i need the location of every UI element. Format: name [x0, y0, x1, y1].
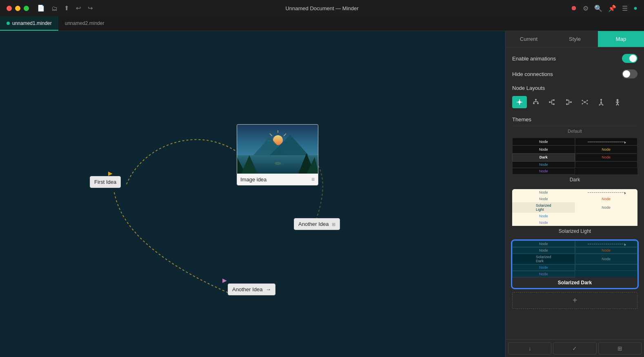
svg-point-55: [599, 105, 600, 106]
enable-animations-row: Enable animations: [512, 54, 637, 63]
arrow-pink: ▶: [222, 277, 227, 283]
svg-point-42: [582, 100, 583, 101]
bottom-btn-check[interactable]: ✓: [553, 342, 596, 355]
toolbar-icons: 📄 🗂 ⬆ ↩ ↪: [37, 4, 93, 12]
svg-point-50: [600, 99, 602, 100]
svg-point-24: [537, 103, 539, 104]
layout-person-icon: [614, 98, 621, 106]
svg-point-41: [584, 101, 586, 103]
node-another-idea-2[interactable]: Another Idea →: [228, 283, 275, 295]
svg-point-20: [535, 99, 537, 100]
svg-point-23: [533, 103, 535, 104]
open-icon[interactable]: 🗂: [51, 5, 58, 12]
layout-tree-icon: [532, 98, 540, 106]
svg-point-29: [553, 99, 555, 101]
svg-point-37: [566, 103, 568, 105]
layout-icon-5[interactable]: [577, 96, 592, 108]
svg-line-48: [586, 101, 587, 102]
layout-icon-7[interactable]: [610, 96, 625, 108]
theme-solarized-dark-name: Solarized Dark: [512, 277, 637, 288]
titlebar: 📄 🗂 ⬆ ↩ ↪ Unnamed Document — Minder ⏺ ⚙ …: [0, 0, 644, 16]
maximize-button[interactable]: [24, 6, 29, 11]
bottom-btn-down[interactable]: ↓: [508, 342, 551, 355]
hide-connections-label: Hide connections: [512, 71, 553, 77]
svg-point-34: [570, 101, 572, 103]
enable-animations-toggle[interactable]: [622, 54, 637, 63]
bottom-btn-grid[interactable]: ⊞: [598, 342, 642, 355]
add-theme-button[interactable]: +: [512, 292, 637, 309]
node-image-idea-label: Image idea: [240, 176, 266, 183]
search-icon[interactable]: 🔍: [594, 4, 602, 12]
export-icon[interactable]: ⬆: [64, 4, 69, 12]
themes-section: Themes Default Node Node Node Da: [512, 116, 637, 309]
tab-style[interactable]: Style: [552, 31, 598, 47]
tab-current[interactable]: Current: [506, 31, 552, 47]
svg-point-57: [617, 99, 619, 101]
svg-line-49: [586, 103, 587, 103]
svg-point-27: [549, 101, 551, 103]
node-layouts-heading: Node Layouts: [512, 85, 637, 91]
node-another-idea-1-label: Another Idea: [298, 221, 329, 227]
titlebar-right-icons: ⏺ ⚙ 🔍 📌 ☰ ●: [571, 4, 637, 12]
theme-solarized-light-preview: Node Node Node SolarizedLight Node Node …: [512, 189, 637, 226]
pin-icon[interactable]: 📌: [608, 4, 616, 12]
theme-solarized-dark-preview: Node Node Node SolarizedDark Node Node N…: [512, 241, 637, 277]
undo-icon[interactable]: ↩: [76, 4, 81, 12]
toggle-knob: [629, 55, 637, 62]
traffic-lights: [7, 6, 29, 11]
node-image-idea[interactable]: Image idea ≡: [237, 124, 318, 185]
themes-label: Themes: [512, 116, 637, 123]
settings-icon[interactable]: ⚙: [583, 4, 588, 12]
hide-connections-toggle[interactable]: [622, 69, 637, 78]
layout-icon-1[interactable]: [512, 96, 527, 108]
enable-animations-label: Enable animations: [512, 56, 556, 62]
node-another-idea-1[interactable]: Another Idea ⊞: [294, 218, 340, 230]
minimize-button[interactable]: [15, 6, 20, 11]
tab-bar: unnamed1.minder unnamed2.minder: [0, 16, 644, 31]
node-expand-icon: ⊞: [332, 222, 335, 227]
right-panel: Current Style Map Enable animations Hide…: [505, 31, 644, 357]
menu-icon[interactable]: ☰: [622, 4, 628, 12]
tab-active-indicator: [7, 22, 10, 25]
svg-point-14: [275, 162, 281, 165]
layout-icon-2[interactable]: [529, 96, 543, 108]
layout-split-icon: [581, 98, 588, 106]
svg-point-52: [600, 102, 602, 103]
window-title: Unnamed Document — Minder: [285, 5, 358, 11]
svg-point-15: [518, 101, 521, 103]
svg-point-30: [553, 103, 555, 105]
layout-radial-icon: [516, 98, 523, 106]
mind-map-canvas[interactable]: ▶ ▶ First Idea: [0, 31, 505, 357]
layout-icon-6[interactable]: [594, 96, 608, 108]
theme-dark[interactable]: Node Node Node Dark Node Node Nod: [512, 138, 637, 185]
node-first-idea-label: First Idea: [94, 179, 116, 185]
landscape-image: [237, 125, 318, 174]
svg-point-43: [582, 103, 583, 105]
user-icon[interactable]: ●: [633, 4, 637, 12]
layout-icon-3[interactable]: [545, 96, 560, 108]
main-layout: ▶ ▶ First Idea: [0, 31, 644, 357]
new-doc-icon[interactable]: 📄: [37, 4, 45, 12]
layout-icon-4[interactable]: [561, 96, 576, 108]
tab-map[interactable]: Map: [598, 31, 644, 47]
redo-icon[interactable]: ↪: [88, 4, 93, 12]
arrow-gold: ▶: [108, 170, 113, 176]
record-icon[interactable]: ⏺: [571, 4, 577, 12]
node-image-idea-label-row: Image idea ≡: [237, 174, 318, 185]
node-first-idea[interactable]: First Idea: [90, 176, 121, 188]
tab-unnamed2[interactable]: unnamed2.minder: [58, 16, 111, 31]
svg-line-61: [617, 103, 619, 105]
hide-connections-row: Hide connections: [512, 69, 637, 78]
svg-point-45: [587, 103, 588, 105]
tab-label: unnamed1.minder: [12, 20, 52, 26]
connection-lines: [0, 31, 505, 357]
close-button[interactable]: [7, 6, 12, 11]
node-menu-icon[interactable]: ≡: [311, 176, 315, 183]
node-another-idea-2-label: Another Idea: [232, 286, 262, 292]
tab-unnamed1[interactable]: unnamed1.minder: [0, 16, 58, 31]
theme-solarized-light[interactable]: Node Node Node SolarizedLight Node Node …: [512, 189, 637, 237]
svg-point-56: [602, 105, 604, 106]
layout-icons-row: [512, 96, 637, 108]
panel-bottom-toolbar: ↓ ✓ ⊞: [506, 339, 644, 357]
theme-solarized-dark[interactable]: Node Node Node SolarizedDark Node Node N…: [512, 241, 637, 288]
